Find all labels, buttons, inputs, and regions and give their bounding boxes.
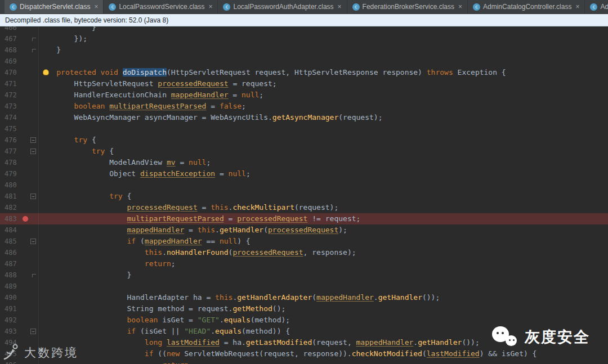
gutter[interactable]: 487	[0, 258, 39, 269]
close-icon[interactable]: ×	[338, 3, 342, 11]
code-text[interactable]: return;	[39, 258, 176, 269]
gutter[interactable]: 492	[0, 314, 39, 326]
code-text[interactable]: ModelAndView mv = null;	[39, 157, 211, 168]
editor-line-482[interactable]: 482processedRequest = this.checkMultipar…	[0, 202, 608, 213]
editor-line-477[interactable]: 477−try {	[0, 146, 608, 157]
code-text[interactable]: multipartRequestParsed = processedReques…	[39, 213, 360, 224]
editor-line-469[interactable]: 469	[0, 56, 608, 67]
code-editor[interactable]: 466}467});468}469470protected void doDis…	[0, 26, 608, 364]
code-text[interactable]: boolean multipartRequestParsed = false;	[39, 101, 246, 112]
editor-tab-5[interactable]: cAdmi×	[585, 0, 608, 14]
code-text[interactable]: processedRequest = this.checkMultipart(r…	[39, 202, 338, 213]
editor-line-495[interactable]: 495if ((new ServletWebRequest(request, r…	[0, 348, 608, 359]
editor-line-485[interactable]: 485−if (mappedHandler == null) {	[0, 236, 608, 247]
fold-end-icon[interactable]	[32, 38, 36, 41]
editor-line-466[interactable]: 466}	[0, 26, 608, 33]
gutter[interactable]: 488	[0, 269, 39, 281]
code-text[interactable]: HandlerAdapter ha = this.getHandlerAdapt…	[39, 292, 440, 303]
gutter[interactable]: 482	[0, 202, 39, 213]
gutter[interactable]: 483	[0, 213, 39, 224]
gutter[interactable]: 477−	[0, 146, 39, 157]
code-text[interactable]: }	[39, 269, 131, 281]
editor-tab-2[interactable]: cLocalPasswordAuthAdapter.class×	[218, 0, 347, 14]
editor-tab-4[interactable]: cAdminCatalogController.class×	[468, 0, 585, 14]
code-text[interactable]: WebAsyncManager asyncManager = WebAsyncU…	[39, 112, 383, 123]
editor-tab-0[interactable]: cDispatcherServlet.class×	[5, 0, 104, 14]
fold-collapse-icon[interactable]: −	[30, 137, 36, 143]
editor-line-481[interactable]: 481−try {	[0, 191, 608, 202]
code-text[interactable]: }	[39, 26, 96, 33]
gutter[interactable]: 481−	[0, 191, 39, 202]
fold-collapse-icon[interactable]: −	[30, 329, 36, 334]
gutter[interactable]: 469	[0, 56, 39, 67]
editor-line-483[interactable]: 483multipartRequestParsed = processedReq…	[0, 213, 608, 224]
editor-line-484[interactable]: 484mappedHandler = this.getHandler(proce…	[0, 224, 608, 236]
code-text[interactable]: long lastModified = ha.getLastModified(r…	[39, 337, 480, 348]
code-text[interactable]: try {	[39, 191, 131, 202]
gutter[interactable]: 472	[0, 89, 39, 101]
editor-line-487[interactable]: 487return;	[0, 258, 608, 269]
code-text[interactable]: protected void doDispatch(HttpServletReq…	[39, 67, 506, 78]
gutter[interactable]: 475	[0, 123, 39, 134]
code-text[interactable]: Object dispatchException = null;	[39, 168, 251, 179]
gutter[interactable]: 484	[0, 224, 39, 236]
fold-collapse-icon[interactable]: −	[30, 194, 36, 199]
editor-line-467[interactable]: 467});	[0, 33, 608, 44]
intention-bulb-icon[interactable]	[43, 69, 49, 75]
editor-line-470[interactable]: 470protected void doDispatch(HttpServlet…	[0, 67, 608, 78]
gutter[interactable]: 491	[0, 303, 39, 314]
gutter[interactable]: 490	[0, 292, 39, 303]
gutter[interactable]: 480	[0, 179, 39, 191]
gutter[interactable]: 476−	[0, 134, 39, 146]
editor-line-480[interactable]: 480	[0, 179, 608, 191]
close-icon[interactable]: ×	[458, 3, 462, 11]
gutter[interactable]: 466	[0, 26, 39, 33]
code-text[interactable]: this.noHandlerFound(processedRequest, re…	[39, 247, 356, 258]
close-icon[interactable]: ×	[94, 3, 98, 11]
code-text[interactable]: }	[39, 44, 61, 56]
gutter[interactable]: 467	[0, 33, 39, 44]
code-text[interactable]: String method = request.getMethod();	[39, 303, 285, 314]
editor-line-476[interactable]: 476−try {	[0, 134, 608, 146]
editor-line-492[interactable]: 492boolean isGet = "GET".equals(method);	[0, 314, 608, 326]
editor-line-491[interactable]: 491String method = request.getMethod();	[0, 303, 608, 314]
editor-line-474[interactable]: 474WebAsyncManager asyncManager = WebAsy…	[0, 112, 608, 123]
close-icon[interactable]: ×	[575, 3, 579, 11]
fold-collapse-icon[interactable]: −	[30, 149, 36, 154]
gutter[interactable]: 471	[0, 78, 39, 89]
editor-line-496[interactable]: 496return;	[0, 359, 608, 364]
editor-tab-1[interactable]: cLocalPasswordService.class×	[104, 0, 218, 14]
code-text[interactable]: try {	[39, 134, 96, 146]
breakpoint-icon[interactable]	[23, 216, 28, 222]
code-text[interactable]: try {	[39, 146, 114, 157]
gutter[interactable]: 470	[0, 67, 39, 78]
close-icon[interactable]: ×	[208, 3, 212, 11]
editor-line-488[interactable]: 488}	[0, 269, 608, 281]
editor-tab-3[interactable]: cFederationBrokerService.class×	[347, 0, 468, 14]
editor-line-490[interactable]: 490HandlerAdapter ha = this.getHandlerAd…	[0, 292, 608, 303]
gutter[interactable]: 478	[0, 157, 39, 168]
gutter[interactable]: 493−	[0, 326, 39, 337]
gutter[interactable]: 468	[0, 44, 39, 56]
editor-line-478[interactable]: 478ModelAndView mv = null;	[0, 157, 608, 168]
gutter[interactable]: 486	[0, 247, 39, 258]
gutter[interactable]: 473	[0, 101, 39, 112]
editor-line-479[interactable]: 479Object dispatchException = null;	[0, 168, 608, 179]
editor-line-472[interactable]: 472HandlerExecutionChain mappedHandler =…	[0, 89, 608, 101]
fold-collapse-icon[interactable]: −	[30, 239, 36, 244]
code-text[interactable]: HandlerExecutionChain mappedHandler = nu…	[39, 89, 263, 101]
gutter[interactable]: 489	[0, 281, 39, 292]
editor-line-475[interactable]: 475	[0, 123, 608, 134]
fold-end-icon[interactable]	[32, 49, 36, 52]
editor-line-486[interactable]: 486this.noHandlerFound(processedRequest,…	[0, 247, 608, 258]
code-text[interactable]: boolean isGet = "GET".equals(method);	[39, 314, 290, 326]
editor-line-471[interactable]: 471HttpServletRequest processedRequest =…	[0, 78, 608, 89]
gutter[interactable]: 474	[0, 112, 39, 123]
editor-line-468[interactable]: 468}	[0, 44, 608, 56]
code-text[interactable]: if (mappedHandler == null) {	[39, 236, 251, 247]
code-text[interactable]: if (isGet || "HEAD".equals(method)) {	[39, 326, 290, 337]
gutter[interactable]: 479	[0, 168, 39, 179]
editor-line-489[interactable]: 489	[0, 281, 608, 292]
code-text[interactable]: if ((new ServletWebRequest(request, resp…	[39, 348, 537, 359]
fold-end-icon[interactable]	[32, 274, 36, 277]
